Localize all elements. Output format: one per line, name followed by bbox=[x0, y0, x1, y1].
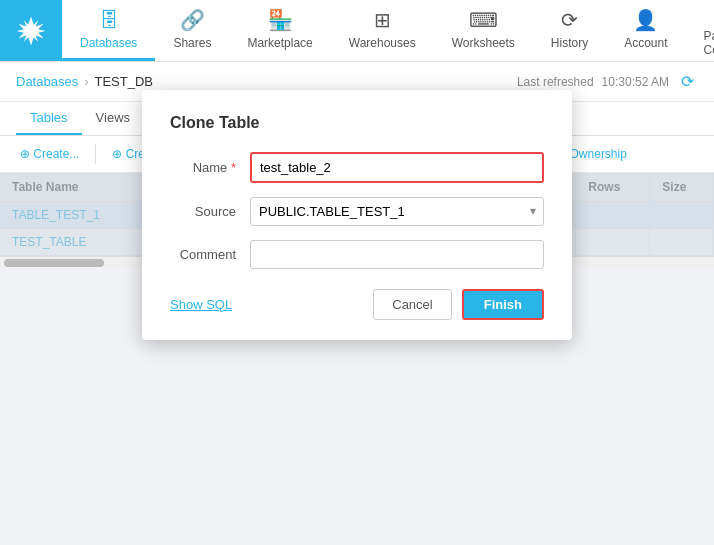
nav-label-databases: Databases bbox=[80, 36, 137, 50]
name-label: Name * bbox=[170, 160, 250, 175]
main-area: Table Name Schema Creation Time ▾ Owner … bbox=[0, 173, 714, 256]
scrollbar-thumb[interactable] bbox=[4, 259, 104, 267]
nav-item-partner[interactable]: ↩ Partner Conn... bbox=[686, 0, 714, 61]
modal-title: Clone Table bbox=[170, 114, 544, 132]
breadcrumb-separator: › bbox=[84, 74, 88, 89]
show-sql-button[interactable]: Show SQL bbox=[170, 297, 232, 312]
breadcrumb: Databases › TEST_DB bbox=[16, 74, 153, 89]
nav-item-databases[interactable]: 🗄 Databases bbox=[62, 0, 155, 61]
top-nav: 🗄 Databases 🔗 Shares 🏪 Marketplace ⊞ War… bbox=[0, 0, 714, 62]
nav-label-shares: Shares bbox=[173, 36, 211, 50]
form-row-source: Source PUBLIC.TABLE_TEST_1 PUBLIC.TEST_T… bbox=[170, 197, 544, 226]
cancel-button[interactable]: Cancel bbox=[373, 289, 451, 320]
nav-item-marketplace[interactable]: 🏪 Marketplace bbox=[229, 0, 330, 61]
modal-overlay: Clone Table Name * Source PUBLIC.TABLE_T… bbox=[0, 173, 714, 256]
name-input[interactable] bbox=[250, 152, 544, 183]
databases-icon: 🗄 bbox=[99, 9, 119, 32]
nav-item-warehouses[interactable]: ⊞ Warehouses bbox=[331, 0, 434, 61]
nav-item-history[interactable]: ⟳ History bbox=[533, 0, 606, 61]
nav-label-warehouses: Warehouses bbox=[349, 36, 416, 50]
source-select[interactable]: PUBLIC.TABLE_TEST_1 PUBLIC.TEST_TABLE bbox=[250, 197, 544, 226]
nav-item-shares[interactable]: 🔗 Shares bbox=[155, 0, 229, 61]
shares-icon: 🔗 bbox=[180, 8, 205, 32]
refresh-time: 10:30:52 AM bbox=[602, 75, 669, 89]
warehouses-icon: ⊞ bbox=[374, 8, 391, 32]
clone-table-modal: Clone Table Name * Source PUBLIC.TABLE_T… bbox=[142, 90, 572, 340]
account-icon: 👤 bbox=[633, 8, 658, 32]
nav-label-partner: Partner Conn... bbox=[704, 29, 714, 57]
nav-item-worksheets[interactable]: ⌨ Worksheets bbox=[434, 0, 533, 61]
create-button[interactable]: ⊕ Create... bbox=[12, 143, 87, 165]
create-label: ⊕ Create... bbox=[20, 147, 79, 161]
nav-label-account: Account bbox=[624, 36, 667, 50]
form-row-comment: Comment bbox=[170, 240, 544, 269]
source-select-wrap: PUBLIC.TABLE_TEST_1 PUBLIC.TEST_TABLE ▾ bbox=[250, 197, 544, 226]
tab-tables[interactable]: Tables bbox=[16, 102, 82, 135]
form-row-name: Name * bbox=[170, 152, 544, 183]
nav-label-marketplace: Marketplace bbox=[247, 36, 312, 50]
nav-items: 🗄 Databases 🔗 Shares 🏪 Marketplace ⊞ War… bbox=[62, 0, 714, 61]
toolbar-separator-1 bbox=[95, 144, 96, 164]
nav-label-history: History bbox=[551, 36, 588, 50]
tab-views[interactable]: Views bbox=[82, 102, 144, 135]
breadcrumb-current: TEST_DB bbox=[95, 74, 154, 89]
svg-marker-0 bbox=[17, 16, 46, 45]
nav-item-account[interactable]: 👤 Account bbox=[606, 0, 685, 61]
app-logo bbox=[0, 0, 62, 61]
modal-footer: Show SQL Cancel Finish bbox=[170, 289, 544, 320]
refresh-button[interactable]: ⟳ bbox=[677, 70, 698, 93]
modal-actions: Cancel Finish bbox=[373, 289, 544, 320]
worksheets-icon: ⌨ bbox=[469, 8, 498, 32]
comment-input[interactable] bbox=[250, 240, 544, 269]
marketplace-icon: 🏪 bbox=[268, 8, 293, 32]
breadcrumb-parent[interactable]: Databases bbox=[16, 74, 78, 89]
source-label: Source bbox=[170, 204, 250, 219]
comment-label: Comment bbox=[170, 247, 250, 262]
finish-button[interactable]: Finish bbox=[462, 289, 544, 320]
history-icon: ⟳ bbox=[561, 8, 578, 32]
nav-label-worksheets: Worksheets bbox=[452, 36, 515, 50]
refresh-label: Last refreshed bbox=[517, 75, 594, 89]
